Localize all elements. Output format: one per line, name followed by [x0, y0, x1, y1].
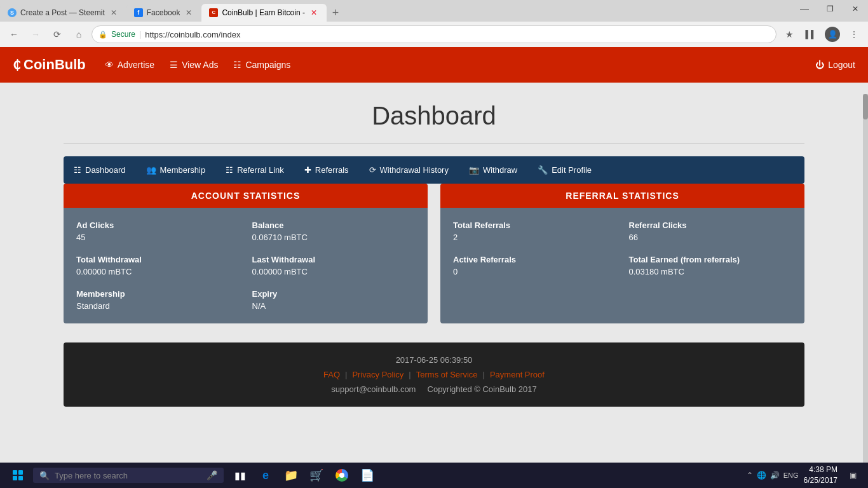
- taskbar-clock[interactable]: 4:38 PM 6/25/2017: [804, 464, 837, 486]
- keyboard-icon[interactable]: ENG: [783, 471, 799, 479]
- cb-favicon: C: [209, 8, 218, 17]
- windows-icon: [13, 470, 23, 480]
- logout-label: Logout: [828, 60, 855, 70]
- nav-edit-profile-label: Edit Profile: [552, 165, 592, 175]
- campaigns-link[interactable]: ☷ Campaigns: [233, 60, 290, 70]
- referral-stats-card: REFERRAL STATISTICS Total Referrals 2 Re…: [440, 184, 804, 323]
- chrome-icon: [336, 469, 348, 482]
- url-display: https://coinbulb.com/index: [145, 30, 240, 39]
- nav-withdrawal-history[interactable]: ⟳ Withdrawal History: [359, 156, 459, 184]
- referral-link-icon: ☷: [226, 165, 233, 175]
- tab-close-3[interactable]: ✕: [309, 8, 319, 18]
- referral-stats-header: REFERRAL STATISTICS: [440, 184, 804, 208]
- tab-title-3: CoinBulb | Earn Bitcoin -: [222, 8, 305, 17]
- brand-logo[interactable]: ₵ CoinBulb: [13, 57, 86, 73]
- page-header: Dashboard: [0, 83, 868, 143]
- taskbar-search[interactable]: 🔍 Type here to search 🎤: [33, 468, 224, 483]
- faq-link[interactable]: FAQ: [323, 370, 340, 379]
- back-button[interactable]: ←: [5, 25, 23, 43]
- ad-clicks-value: 45: [76, 233, 240, 242]
- chevron-up-icon[interactable]: ⌃: [747, 471, 753, 480]
- user-profile-icon[interactable]: 👤: [824, 25, 841, 43]
- nav-edit-profile[interactable]: 🔧 Edit Profile: [527, 156, 602, 184]
- home-button[interactable]: ⌂: [70, 25, 88, 43]
- search-icon: 🔍: [39, 471, 50, 480]
- dashboard-nav: ☷ Dashboard 👥 Membership ☷ Referral Link…: [64, 156, 804, 184]
- payment-proof-link[interactable]: Payment Proof: [490, 370, 545, 379]
- viewads-link[interactable]: ☰ View Ads: [170, 60, 218, 70]
- close-button[interactable]: ✕: [843, 0, 868, 18]
- edit-profile-icon: 🔧: [538, 165, 548, 175]
- total-referrals-stat: Total Referrals 2: [453, 220, 616, 242]
- browser-tab-2[interactable]: f Facebook ✕: [126, 4, 202, 22]
- new-tab-button[interactable]: +: [327, 4, 344, 22]
- tos-link[interactable]: Terms of Service: [416, 370, 478, 379]
- advertise-link[interactable]: 👁 Advertise: [105, 60, 154, 70]
- expiry-value: N/A: [252, 301, 416, 311]
- edge-app[interactable]: e: [254, 464, 277, 487]
- taskbar-right: ⌃ 🌐 🔊 ENG 4:38 PM 6/25/2017 ▣: [747, 464, 863, 486]
- viewads-label: View Ads: [182, 60, 218, 70]
- nav-referral-link-label: Referral Link: [237, 165, 284, 175]
- stats-section: ACCOUNT STATISTICS Ad Clicks 45 Balance …: [64, 184, 804, 323]
- scrollbar-thumb[interactable]: [863, 94, 868, 119]
- forward-button[interactable]: →: [27, 25, 44, 43]
- expiry-stat: Expiry N/A: [252, 289, 416, 311]
- referral-clicks-value: 66: [629, 233, 792, 242]
- total-earned-value: 0.03180 mBTC: [629, 267, 792, 276]
- nav-membership[interactable]: 👥 Membership: [136, 156, 216, 184]
- files-icon: 📄: [360, 468, 374, 482]
- header-divider: [64, 143, 804, 144]
- account-stats-card: ACCOUNT STATISTICS Ad Clicks 45 Balance …: [64, 184, 428, 323]
- privacy-link[interactable]: Privacy Policy: [352, 370, 403, 379]
- secure-lock-icon: 🔒: [98, 30, 107, 39]
- folder-icon: 📁: [284, 468, 298, 482]
- active-referrals-value: 0: [453, 267, 616, 276]
- nav-referrals[interactable]: ✚ Referrals: [294, 156, 359, 184]
- file-explorer-app[interactable]: 📁: [280, 464, 302, 487]
- referral-stats-body: Total Referrals 2 Referral Clicks 66 Act…: [440, 208, 804, 289]
- edge-icon: e: [262, 469, 269, 482]
- taskbar: 🔍 Type here to search 🎤 ▮▮ e 📁 🛒 📄 ⌃ 🌐 🔊…: [0, 463, 868, 488]
- page-content: ₵ CoinBulb 👁 Advertise ☰ View Ads ☷ Camp…: [0, 47, 868, 463]
- store-app[interactable]: 🛒: [305, 464, 328, 487]
- nav-dashboard-label: Dashboard: [85, 165, 126, 175]
- volume-icon[interactable]: 🔊: [770, 471, 780, 480]
- nav-dashboard[interactable]: ☷ Dashboard: [64, 156, 136, 184]
- last-withdrawal-value: 0.00000 mBTC: [252, 267, 416, 276]
- secure-label: Secure: [111, 30, 135, 39]
- system-tray-icons: ⌃ 🌐 🔊 ENG: [747, 471, 799, 480]
- browser-tab-3[interactable]: C CoinBulb | Earn Bitcoin - ✕: [201, 4, 327, 22]
- campaigns-label: Campaigns: [245, 60, 290, 70]
- start-button[interactable]: [5, 463, 31, 488]
- nav-referrals-label: Referrals: [315, 165, 349, 175]
- user-avatar: 👤: [825, 27, 840, 42]
- task-view-button[interactable]: ▮▮: [229, 464, 252, 487]
- nav-membership-label: Membership: [160, 165, 206, 175]
- nav-referral-link[interactable]: ☷ Referral Link: [215, 156, 294, 184]
- ad-clicks-stat: Ad Clicks 45: [76, 220, 240, 242]
- chrome-app[interactable]: [330, 464, 353, 487]
- support-email: support@coinbulb.com: [331, 384, 416, 394]
- files-app[interactable]: 📄: [356, 464, 379, 487]
- address-bar[interactable]: 🔒 Secure | https://coinbulb.com/index: [92, 25, 776, 43]
- maximize-button[interactable]: ❐: [817, 0, 843, 18]
- reload-button[interactable]: ⟳: [48, 25, 66, 43]
- notification-button[interactable]: ▣: [843, 465, 863, 485]
- extensions-icon[interactable]: ▌▌: [802, 25, 820, 43]
- network-icon[interactable]: 🌐: [757, 471, 766, 480]
- browser-tab-1[interactable]: S Create a Post — Steemit ✕: [0, 4, 126, 22]
- total-withdrawal-stat: Total Withdrawal 0.00000 mBTC: [76, 255, 240, 276]
- menu-icon[interactable]: ⋮: [845, 25, 863, 43]
- scrollbar[interactable]: [863, 94, 868, 463]
- expiry-label: Expiry: [252, 289, 416, 299]
- minimize-button[interactable]: —: [792, 0, 817, 18]
- bookmark-icon[interactable]: ★: [780, 25, 798, 43]
- tab-close-1[interactable]: ✕: [109, 8, 119, 18]
- logout-button[interactable]: ⏻ Logout: [815, 60, 855, 70]
- microphone-icon[interactable]: 🎤: [207, 470, 217, 480]
- power-icon: ⏻: [815, 60, 824, 70]
- nav-withdraw[interactable]: 📷 Withdraw: [459, 156, 527, 184]
- referral-clicks-stat: Referral Clicks 66: [629, 220, 792, 242]
- tab-close-2[interactable]: ✕: [184, 8, 194, 18]
